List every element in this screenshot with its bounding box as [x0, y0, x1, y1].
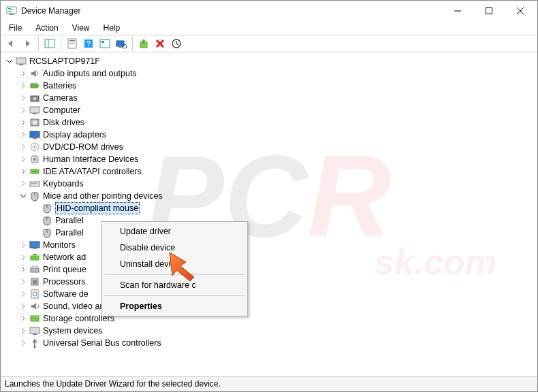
chevron-right-icon[interactable]	[18, 167, 28, 176]
chevron-right-icon[interactable]	[18, 277, 28, 287]
tree-item[interactable]: Human Interface Devices	[1, 153, 537, 165]
software-icon	[29, 289, 40, 299]
chevron-right-icon[interactable]	[18, 93, 28, 103]
show-hide-tree-button[interactable]	[42, 36, 57, 51]
uninstall-button[interactable]	[153, 36, 168, 51]
close-button[interactable]	[505, 1, 536, 21]
tree-item[interactable]: Sound, video and game controllers	[1, 300, 537, 312]
svg-rect-43	[32, 171, 37, 172]
svg-rect-55	[33, 254, 37, 255]
tree-label: System devices	[43, 325, 103, 337]
chevron-down-icon[interactable]	[18, 191, 28, 201]
tree-item[interactable]: Computer	[1, 104, 537, 116]
forward-button[interactable]	[20, 36, 35, 51]
svg-rect-47	[35, 183, 37, 184]
menu-view[interactable]: View	[67, 22, 95, 34]
tree-item[interactable]: Software de	[1, 288, 537, 300]
tree-item[interactable]: Processors	[1, 276, 537, 288]
chevron-right-icon[interactable]	[18, 81, 28, 91]
printer-icon	[29, 264, 40, 275]
menu-help[interactable]: Help	[98, 22, 126, 34]
tree-label: RCSLAPTOP971F	[29, 55, 100, 67]
tree-item[interactable]: DVD/CD-ROM drives	[1, 141, 537, 153]
svg-rect-17	[100, 39, 110, 48]
chevron-right-icon[interactable]	[18, 301, 28, 311]
tree-item[interactable]: Parallel	[1, 227, 537, 239]
svg-point-66	[34, 346, 36, 348]
svg-point-31	[33, 97, 37, 101]
tree-item[interactable]: Storage controllers	[1, 312, 537, 325]
svg-rect-20	[118, 46, 123, 48]
chevron-right-icon[interactable]	[18, 118, 28, 127]
back-button[interactable]	[3, 36, 18, 51]
scan-hardware-button[interactable]	[114, 36, 129, 51]
tree-item[interactable]: Mice and other pointing devices	[1, 190, 537, 202]
monitor-icon	[29, 240, 40, 250]
help-button[interactable]: ?	[81, 36, 96, 51]
tree-label: Universal Serial Bus controllers	[43, 337, 161, 349]
update-driver-button[interactable]	[136, 36, 151, 51]
svg-rect-56	[31, 268, 39, 272]
tree-label: Software de	[43, 288, 89, 300]
computer-icon	[29, 105, 40, 116]
hid-icon	[29, 154, 40, 165]
chevron-right-icon[interactable]	[18, 130, 28, 140]
tree-item[interactable]: Keyboards	[1, 178, 537, 190]
chevron-right-icon[interactable]	[18, 314, 28, 323]
tree-item[interactable]: Cameras	[1, 92, 537, 104]
tree-root[interactable]: RCSLAPTOP971F	[1, 55, 537, 67]
chevron-right-icon[interactable]	[18, 338, 28, 348]
tree-item[interactable]: Universal Serial Bus controllers	[1, 337, 537, 349]
tree-item[interactable]: HID-compliant mouse	[1, 202, 537, 214]
svg-rect-6	[486, 8, 492, 14]
ctx-scan-hardware[interactable]: Scan for hardware c	[104, 277, 246, 293]
tree-label: Processors	[43, 276, 86, 288]
tree-label: HID-compliant mouse	[55, 202, 140, 214]
tree-label: Parallel	[55, 214, 84, 227]
chevron-right-icon[interactable]	[18, 142, 28, 152]
menu-file[interactable]: File	[3, 22, 27, 34]
chevron-right-icon[interactable]	[18, 69, 28, 78]
menu-action[interactable]: Action	[30, 22, 63, 34]
tree-item[interactable]: Audio inputs and outputs	[1, 67, 537, 80]
svg-rect-28	[31, 84, 37, 88]
chevron-right-icon[interactable]	[18, 265, 28, 274]
svg-point-39	[34, 146, 36, 148]
svg-rect-65	[33, 333, 37, 335]
battery-icon	[29, 80, 40, 91]
tree-item[interactable]: System devices	[1, 325, 537, 337]
svg-rect-44	[30, 182, 39, 186]
minimize-button[interactable]	[442, 1, 473, 21]
tree-label: Computer	[43, 104, 80, 116]
device-tree[interactable]: RCSLAPTOP971FAudio inputs and outputsBat…	[1, 52, 537, 376]
ctx-properties[interactable]: Properties	[104, 298, 246, 314]
properties-button[interactable]	[65, 36, 80, 51]
tree-label: Print queue	[43, 263, 86, 276]
disable-button[interactable]	[169, 36, 184, 51]
ctx-disable-device[interactable]: Disable device	[104, 240, 246, 256]
chevron-right-icon[interactable]	[18, 105, 28, 115]
tree-label: Keyboards	[43, 178, 84, 190]
chevron-right-icon[interactable]	[18, 179, 28, 189]
tree-item[interactable]: Batteries	[1, 80, 537, 92]
tree-label: Parallel	[55, 227, 84, 239]
svg-rect-4	[10, 14, 14, 15]
tree-item[interactable]: IDE ATA/ATAPI controllers	[1, 165, 537, 178]
chevron-right-icon[interactable]	[18, 240, 28, 250]
action-button[interactable]	[97, 36, 112, 51]
chevron-down-icon[interactable]	[5, 56, 14, 66]
chevron-right-icon[interactable]	[18, 252, 28, 262]
chevron-right-icon[interactable]	[18, 289, 28, 299]
chevron-right-icon[interactable]	[18, 154, 28, 164]
tree-item[interactable]: Print queue	[1, 263, 537, 276]
speaker-icon	[29, 68, 40, 79]
tree-item[interactable]: Monitors	[1, 239, 537, 251]
ctx-update-driver[interactable]: Update driver	[104, 223, 246, 240]
tree-item[interactable]: Parallel	[1, 214, 537, 227]
tree-item[interactable]: Network ad	[1, 251, 537, 263]
ctx-uninstall-device[interactable]: Uninstall device	[104, 256, 246, 272]
chevron-right-icon[interactable]	[18, 326, 28, 336]
maximize-button[interactable]	[473, 1, 505, 21]
tree-item[interactable]: Disk drives	[1, 116, 537, 129]
tree-item[interactable]: Display adapters	[1, 129, 537, 141]
